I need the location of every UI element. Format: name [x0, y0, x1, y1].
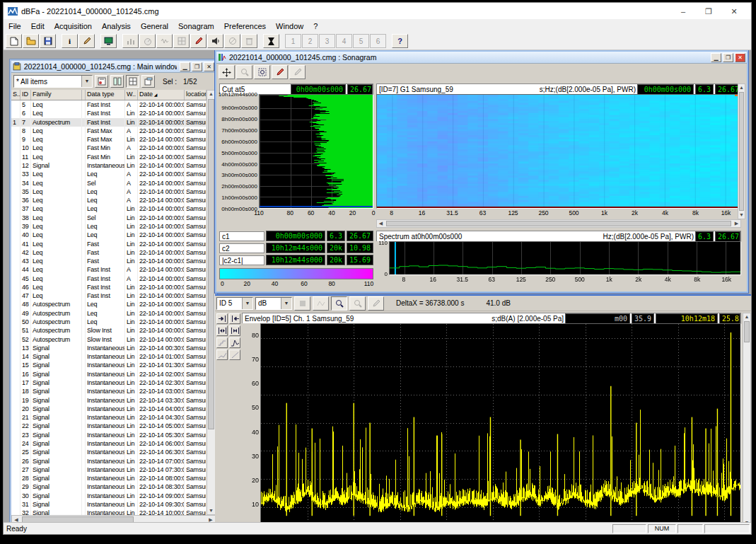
zoom-out-button[interactable]: [236, 65, 252, 79]
column-header-ID[interactable]: ID: [21, 90, 31, 100]
menu-preferences[interactable]: Preferences: [219, 22, 271, 30]
help-button[interactable]: ?: [392, 34, 408, 48]
table-row[interactable]: 42LeqFastLin22-10-14 00:00:00Samsung_5: [11, 248, 207, 257]
env-scroll-up-icon[interactable]: ▲: [743, 313, 750, 320]
cascade-view-button[interactable]: [141, 75, 155, 88]
table-row[interactable]: 44LeqFast InstA22-10-14 00:00:00Samsung_…: [11, 265, 207, 274]
speaker-button[interactable]: [207, 34, 223, 48]
scroll-up-icon[interactable]: ▲: [207, 91, 215, 98]
record-pen-button[interactable]: [190, 34, 207, 48]
table-row[interactable]: 51AutospectrumSlow InstLin22-10-14 00:00…: [11, 326, 207, 335]
id-combo[interactable]: ID 5▼: [216, 297, 253, 310]
save-button[interactable]: [40, 34, 56, 48]
table-row[interactable]: 11LeqFast MinLin22-10-14 00:00:00Samsung…: [11, 153, 207, 161]
minimize-icon[interactable]: –: [670, 4, 696, 19]
table-row[interactable]: 8LeqFast MaxA22-10-14 00:00:00Samsung_5: [11, 127, 207, 135]
chevron-down-icon[interactable]: ▼: [81, 76, 92, 87]
title-bar[interactable]: dBFa - 20221014_000000_101245.cmg – ❐ ✕: [4, 3, 751, 19]
chart-tool-button[interactable]: [122, 34, 139, 48]
column-header-Date[interactable]: Date ◢: [138, 90, 185, 100]
autoscale-y-button[interactable]: [229, 337, 240, 348]
table-row[interactable]: 32SignalInstantaneousLin22-10-14 10:00:0…: [11, 509, 207, 515]
pan-button[interactable]: [219, 65, 235, 79]
sono-minimize-icon[interactable]: ▁: [711, 53, 721, 62]
env-scroll-down-icon[interactable]: ▼: [743, 519, 750, 522]
edit-pen-button[interactable]: [78, 34, 95, 48]
main-window-title-bar[interactable]: 20221014_000000_101245.cmg : Main window…: [11, 61, 216, 73]
table-row[interactable]: 5LeqFast InstA22-10-14 00:00:00Samsung_5: [11, 100, 207, 109]
pen-button[interactable]: [368, 296, 384, 311]
sono-restore-icon[interactable]: ❐: [723, 53, 733, 62]
menu-acquisition[interactable]: Acquisition: [50, 22, 97, 30]
table-header[interactable]: S..IDFamilyData typeW..Date ◢location: [11, 90, 207, 100]
table-row[interactable]: 33LeqLeqA22-10-14 00:00:00Samsung_5: [11, 170, 207, 178]
table-hscrollbar[interactable]: ◀ ▶: [11, 515, 216, 522]
table-row[interactable]: 25SignalInstantaneousLin22-10-14 06:30:0…: [11, 448, 207, 456]
table-row[interactable]: 40LeqLeqLin22-10-14 00:00:00Samsung_5: [11, 231, 207, 239]
annotate-pen-button[interactable]: [289, 65, 306, 79]
column-header-Family[interactable]: Family: [31, 90, 82, 100]
envelope-vscrollbar[interactable]: ▲ ▼: [743, 313, 751, 522]
sono-scroll-up-icon[interactable]: ▲: [738, 84, 745, 91]
properties-button[interactable]: [95, 75, 108, 88]
cut-plot[interactable]: [259, 94, 373, 209]
chevron-down-icon[interactable]: ▼: [242, 298, 252, 309]
table-row[interactable]: 6LeqFast InstLin22-10-14 00:00:00Samsung…: [11, 109, 207, 117]
meter-tool-button[interactable]: [139, 34, 156, 48]
table-row[interactable]: 28SignalInstantaneousLin22-10-14 08:00:0…: [11, 474, 207, 482]
table-row[interactable]: 10LeqFast MinA22-10-14 00:00:00Samsung_5: [11, 144, 207, 152]
menu-[interactable]: ?: [308, 22, 322, 30]
table-row[interactable]: 20SignalInstantaneousLin22-10-14 04:00:0…: [11, 405, 207, 413]
delete-button[interactable]: [241, 34, 257, 48]
menu-sonagram[interactable]: Sonagram: [173, 22, 219, 30]
sonagram-hscrollbar[interactable]: ◀ ▶: [376, 219, 741, 228]
table-row[interactable]: 21SignalInstantaneousLin22-10-14 04:30:0…: [11, 413, 207, 422]
new-file-button[interactable]: [6, 34, 22, 48]
table-row[interactable]: 13SignalInstantaneousLin22-10-14 00:30:0…: [11, 344, 207, 352]
table-row[interactable]: 47LeqFast InstLin22-10-14 00:00:00Samsun…: [11, 291, 207, 300]
cursor-link-button[interactable]: [313, 296, 329, 311]
sono-close-icon[interactable]: ✕: [735, 53, 745, 62]
main-close-icon[interactable]: ✕: [204, 62, 214, 71]
table-row[interactable]: 26SignalInstantaneousLin22-10-14 07:00:0…: [11, 457, 207, 465]
wave-tool-button[interactable]: [156, 34, 173, 48]
menu-file[interactable]: File: [4, 22, 26, 30]
fit-y-steps-button[interactable]: [216, 337, 228, 348]
grid-view-button[interactable]: [126, 75, 139, 88]
maximize-icon[interactable]: ❐: [696, 4, 721, 19]
hourglass-button[interactable]: [263, 34, 279, 48]
table-row[interactable]: 14SignalInstantaneousLin22-10-14 01:00:0…: [11, 352, 207, 361]
column-header-location[interactable]: location: [185, 90, 207, 100]
chevron-down-icon[interactable]: ▼: [281, 298, 291, 309]
window-slot-button-2[interactable]: 2: [302, 34, 318, 48]
table-row[interactable]: 12SignalInstantaneousLin22-10-14 00:00:0…: [11, 161, 207, 170]
table-row[interactable]: 31SignalInstantaneousLin22-10-14 09:30:0…: [11, 500, 207, 509]
sonagram-vscrollbar[interactable]: ▲ ▼: [738, 83, 745, 219]
zoom-reset-button[interactable]: [349, 296, 366, 311]
main-minimize-icon[interactable]: ▁: [180, 62, 190, 71]
scroll-down-icon[interactable]: ▼: [207, 507, 215, 514]
scale-up-button[interactable]: [216, 349, 228, 360]
info-button[interactable]: i: [62, 34, 78, 48]
table-row[interactable]: 18SignalInstantaneousLin22-10-14 03:00:0…: [11, 387, 207, 395]
table-row[interactable]: 39LeqLeqLin22-10-14 00:00:00Samsung_5: [11, 222, 207, 231]
table-row[interactable]: 34LeqSelA22-10-14 00:00:00Samsung_5: [11, 179, 207, 187]
table-row[interactable]: 22SignalInstantaneousLin22-10-14 05:00:0…: [11, 422, 207, 430]
table-row[interactable]: 52AutospectrumSlow InstLin22-10-14 00:00…: [11, 335, 207, 344]
column-header-Data type[interactable]: Data type: [86, 90, 125, 100]
window-slot-button-1[interactable]: 1: [285, 34, 301, 48]
menu-window[interactable]: Window: [271, 22, 308, 30]
table-row[interactable]: 15SignalInstantaneousLin22-10-14 01:30:0…: [11, 361, 207, 369]
cursor-pen-button[interactable]: [272, 65, 288, 79]
table-row[interactable]: 17SignalInstantaneousLin22-10-14 02:30:0…: [11, 378, 207, 387]
sonagram-plot[interactable]: [376, 94, 741, 209]
spectrum-plot[interactable]: [389, 241, 741, 275]
menu-edit[interactable]: Edit: [26, 22, 50, 30]
grid-tool-button[interactable]: [173, 34, 190, 48]
unit-combo[interactable]: dB▼: [255, 297, 292, 310]
fit-x-left-button[interactable]: [229, 313, 240, 324]
table-row[interactable]: 27SignalInstantaneousLin22-10-14 07:30:0…: [11, 465, 207, 474]
zoom-select-button[interactable]: [254, 65, 270, 79]
table-row[interactable]: 17AutospectrumFast InstLin22-10-14 00:00…: [11, 118, 207, 127]
tile-view-button[interactable]: [110, 75, 124, 88]
